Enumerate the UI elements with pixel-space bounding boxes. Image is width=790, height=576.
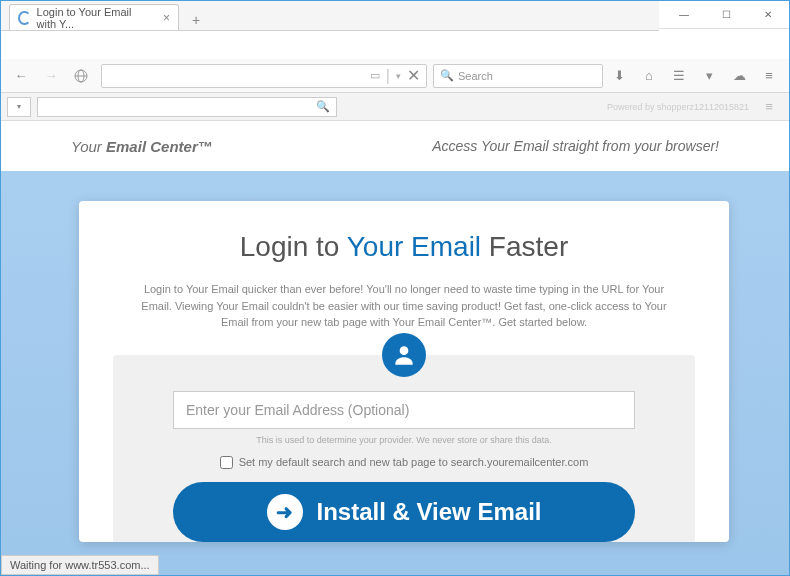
browser-tab[interactable]: Login to Your Email with Y... × [9, 4, 179, 30]
search-placeholder: Search [458, 70, 493, 82]
home-icon[interactable]: ⌂ [635, 63, 663, 89]
input-hint: This is used to determine your provider.… [173, 435, 635, 445]
browser-toolbar: ← → ▭ | ▾ ✕ 🔍 Search ⬇ ⌂ ☰ ▾ ☁ ≡ [1, 59, 789, 93]
status-bar: Waiting for www.tr553.com... [1, 555, 159, 575]
install-button[interactable]: ➜ Install & View Email [173, 482, 635, 542]
globe-icon[interactable] [67, 63, 95, 89]
minimize-button[interactable]: — [663, 1, 705, 29]
forward-button: → [37, 63, 65, 89]
close-tab-icon[interactable]: × [163, 11, 170, 25]
email-input[interactable]: Enter your Email Address (Optional) [173, 391, 635, 429]
ext-dropdown[interactable]: ▾ [7, 97, 31, 117]
extension-toolbar: ▾ 🔍 Powered by shopperz12112015821 ≡ [1, 93, 789, 121]
maximize-button[interactable]: ☐ [705, 1, 747, 29]
page-header: Your Email Center™ Access Your Email str… [1, 121, 789, 171]
tab-favicon [18, 11, 31, 25]
brand-logo: Your Email Center™ [71, 138, 213, 155]
login-card: Login to Your Email Faster Login to Your… [79, 201, 729, 542]
tab-title: Login to Your Email with Y... [37, 6, 153, 30]
default-search-checkbox-row[interactable]: Set my default search and new tab page t… [173, 455, 635, 470]
search-bar[interactable]: 🔍 Search [433, 64, 603, 88]
tagline: Access Your Email straight from your bro… [432, 138, 719, 154]
card-heading: Login to Your Email Faster [119, 231, 689, 263]
card-description: Login to Your Email quicker than ever be… [119, 281, 689, 331]
status-text: Waiting for www.tr553.com... [10, 559, 150, 571]
page-content: pcrisk.com Your Email Center™ Access You… [1, 121, 789, 576]
stop-icon[interactable]: ✕ [407, 66, 420, 85]
ext-menu-icon[interactable]: ≡ [755, 94, 783, 120]
sync-icon[interactable]: ☁ [725, 63, 753, 89]
ext-powered-by: Powered by shopperz12112015821 [607, 102, 749, 112]
back-button[interactable]: ← [7, 63, 35, 89]
tab-strip: Login to Your Email with Y... × + [1, 1, 659, 31]
pocket-icon[interactable]: ▾ [695, 63, 723, 89]
bookmarks-icon[interactable]: ☰ [665, 63, 693, 89]
close-window-button[interactable]: ✕ [747, 1, 789, 29]
reader-icon[interactable]: ▭ [370, 69, 380, 82]
arrow-right-icon: ➜ [267, 494, 303, 530]
svg-point-3 [400, 346, 409, 355]
ext-search-input[interactable]: 🔍 [37, 97, 337, 117]
menu-icon[interactable]: ≡ [755, 63, 783, 89]
default-search-checkbox[interactable] [220, 456, 233, 469]
search-icon: 🔍 [316, 100, 330, 113]
address-bar[interactable]: ▭ | ▾ ✕ [101, 64, 427, 88]
new-tab-button[interactable]: + [185, 10, 207, 30]
checkbox-label: Set my default search and new tab page t… [239, 455, 589, 470]
dropdown-icon[interactable]: ▾ [396, 71, 401, 81]
search-icon: 🔍 [440, 69, 454, 82]
avatar-icon [382, 333, 426, 377]
install-label: Install & View Email [317, 498, 542, 526]
email-placeholder: Enter your Email Address (Optional) [186, 402, 409, 418]
form-panel: Enter your Email Address (Optional) This… [113, 355, 695, 542]
downloads-icon[interactable]: ⬇ [605, 63, 633, 89]
